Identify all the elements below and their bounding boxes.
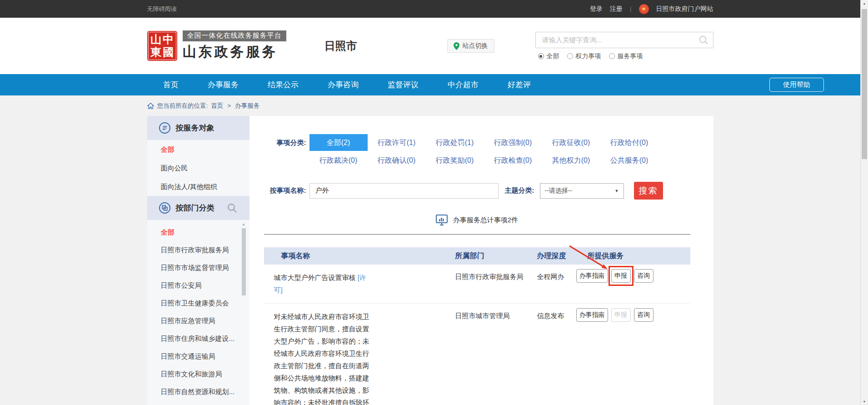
action-wrap: 咨询 [634, 308, 653, 322]
category-filter: 事项分类: 全部(2)行政许可(1)行政处罚(1)行政强制(0)行政征收(0)行… [264, 134, 690, 169]
table-row: 城市大型户外广告设置审核 [许可] 日照市行政审批服务局 全程网办 [264, 265, 690, 304]
breadcrumb-home-link[interactable]: 首页 [211, 102, 223, 110]
action-button[interactable]: 办事指南 [576, 308, 608, 322]
monitor-chart-icon [436, 215, 448, 226]
sidebar-item-department[interactable]: 日照市公安局 [147, 276, 249, 294]
sidebar-item-department[interactable]: 日照市自然资源和规划... [147, 383, 249, 400]
nav-item[interactable]: 结果公示 [268, 74, 299, 95]
keyword-search-input[interactable] [536, 36, 698, 44]
login-link[interactable]: 登录 [590, 5, 603, 13]
action-wrap: 咨询 [634, 269, 653, 283]
table-header-row: 事项名称 所属部门 办理深度 所提供服务 [264, 247, 690, 265]
category-tab[interactable]: 行政奖励(0) [426, 152, 484, 169]
site-switch-button[interactable]: 站点切换 [447, 39, 494, 53]
list-circle-icon [159, 122, 171, 134]
platform-tag: 全国一体化在线政务服务平台 [183, 30, 286, 41]
search-scope-radio[interactable]: 全部 [538, 52, 559, 60]
action-button[interactable]: 申报 [611, 308, 631, 322]
seal-character: 東 [150, 46, 162, 59]
nav-item[interactable]: 监督评议 [388, 74, 419, 95]
breadcrumb: 您当前所在的位置: 首页 > 办事服务 [147, 95, 713, 116]
accessibility-link[interactable]: 无障碍阅读 [147, 5, 177, 13]
item-name-input[interactable] [309, 183, 499, 199]
category-tab[interactable]: 行政处罚(1) [426, 134, 484, 151]
search-scope-radio[interactable]: 服务事项 [609, 52, 643, 60]
results-table: 事项名称 所属部门 办理深度 所提供服务 城市大型户外广告设置审核 [许可] 日… [264, 247, 690, 405]
site-logo[interactable]: 山中東國 全国一体化在线政务服务平台 山东政务服务 [147, 30, 286, 61]
radio-icon[interactable] [609, 53, 615, 59]
sidebar-item-department[interactable]: 日照市交通运输局 [147, 347, 249, 365]
topbar: 无障碍阅读 登录 注册 | ★ 日照市政府门户网站 [0, 0, 860, 18]
nav-item[interactable]: 中介超市 [448, 74, 479, 95]
sidebar-item-department[interactable]: 日照市文化和旅游局 [147, 365, 249, 383]
department-scrollbar[interactable]: ▲ [241, 222, 246, 405]
item-name[interactable]: 对未经城市人民政府市容环境卫生行政主管部门同意，擅自设置大型户外广告，影响市容的… [274, 313, 369, 405]
portal-link[interactable]: 日照市政府门户网站 [656, 5, 713, 13]
sidebar-item-service-target[interactable]: 全部 [147, 140, 249, 159]
search-scopes: 全部 权力事项 服务事项 [538, 52, 713, 60]
category-tab[interactable]: 其他权力(0) [542, 152, 600, 169]
item-actions: 办事指南 申报 [569, 308, 690, 405]
nav-item[interactable]: 办事服务 [208, 74, 239, 95]
sidebar-item-department[interactable]: 日照市住房和城乡建设... [147, 330, 249, 347]
select-caret-icon: ▼ [615, 189, 619, 193]
category-tab[interactable]: 行政检查(0) [484, 152, 542, 169]
scrollbar-up-icon[interactable]: ▲ [861, 2, 868, 5]
search-block: 全部 权力事项 服务事项 [535, 32, 713, 60]
category-tab[interactable]: 行政裁决(0) [309, 152, 368, 169]
action-wrap: 办事指南 [576, 269, 608, 283]
search-button[interactable]: 搜索 [634, 182, 663, 200]
breadcrumb-label: 您当前所在的位置: [157, 102, 208, 110]
sidebar-item-department[interactable]: 全部 [147, 223, 249, 241]
sidebar-item-service-target[interactable]: 面向公民 [147, 159, 249, 177]
scroll-up-icon[interactable]: ▲ [241, 222, 246, 227]
page-scrollbar[interactable]: ▲ ▼ [860, 0, 868, 405]
action-wrap: 申报 [611, 308, 631, 322]
page-scrollbar-thumb[interactable] [862, 9, 867, 159]
category-tab[interactable]: 全部(2) [309, 134, 368, 151]
nav-item[interactable]: 首页 [163, 74, 179, 95]
category-filter-label: 事项分类: [277, 139, 309, 169]
sidebar-item-service-target[interactable]: 面向法人/其他组织 [147, 177, 249, 196]
topic-select[interactable]: --请选择-- ▼ [540, 183, 624, 199]
category-tab[interactable]: 行政征收(0) [542, 134, 600, 151]
category-tab[interactable]: 行政确认(0) [368, 152, 426, 169]
item-name-cell: 对未经城市人民政府市容环境卫生行政主管部门同意，擅自设置大型户外广告，影响市容的… [264, 309, 446, 405]
topbar-right: 登录 注册 | ★ 日照市政府门户网站 [590, 4, 713, 14]
help-button[interactable]: 使用帮助 [769, 78, 824, 92]
action-button[interactable]: 办事指南 [576, 269, 608, 283]
search-scope-radio[interactable]: 权力事项 [567, 52, 601, 60]
department-scrollbar-thumb[interactable] [242, 228, 246, 295]
breadcrumb-current: 办事服务 [235, 102, 259, 110]
department-search-icon[interactable] [227, 203, 237, 213]
sidebar-item-department[interactable]: 日照市卫生健康委员会 [147, 294, 249, 312]
radio-icon[interactable] [538, 53, 544, 59]
item-name[interactable]: 城市大型户外广告设置审核 [274, 274, 356, 281]
category-tab[interactable]: 行政许可(1) [368, 134, 426, 151]
category-tab[interactable]: 公共服务(0) [600, 152, 658, 169]
item-name-cell: 城市大型户外广告设置审核 [许可] [264, 270, 446, 296]
scrollbar-down-icon[interactable]: ▼ [861, 400, 868, 403]
sidebar-item-department[interactable]: 日照市市场监督管理局 [147, 259, 249, 276]
seal-character: 山 [150, 33, 162, 46]
department-circle-icon [159, 202, 171, 214]
site-header: 山中東國 全国一体化在线政务服务平台 山东政务服务 日照市 站点切换 [0, 18, 860, 74]
nav-item[interactable]: 办事咨询 [328, 74, 359, 95]
category-tabs: 全部(2)行政许可(1)行政处罚(1)行政强制(0)行政征收(0)行政给付(0)… [309, 134, 658, 169]
register-link[interactable]: 注册 [610, 5, 623, 13]
sidebar-item-department[interactable]: 日照市行政审批服务局 [147, 241, 249, 259]
action-button[interactable]: 咨询 [634, 308, 653, 322]
summary-bar: 办事服务总计事项2件 [264, 215, 690, 226]
search-icon[interactable] [698, 35, 708, 45]
sidebar-item-department[interactable]: 日照市应急管理局 [147, 312, 249, 330]
nav-item[interactable]: 好差评 [508, 74, 531, 95]
topbar-divider: | [630, 5, 631, 12]
radio-icon[interactable] [567, 53, 573, 59]
national-emblem-icon: ★ [639, 4, 649, 14]
category-tab[interactable]: 行政给付(0) [600, 134, 658, 151]
category-tab[interactable]: 行政强制(0) [484, 134, 542, 151]
sidebar: 按服务对象 全部面向公民面向法人/其他组织 按部门分类 ▲ 全部日照市行政审批服… [147, 116, 249, 405]
action-button[interactable]: 咨询 [634, 269, 653, 283]
topic-label: 主题分类: [505, 186, 534, 195]
action-button[interactable]: 申报 [611, 269, 631, 283]
